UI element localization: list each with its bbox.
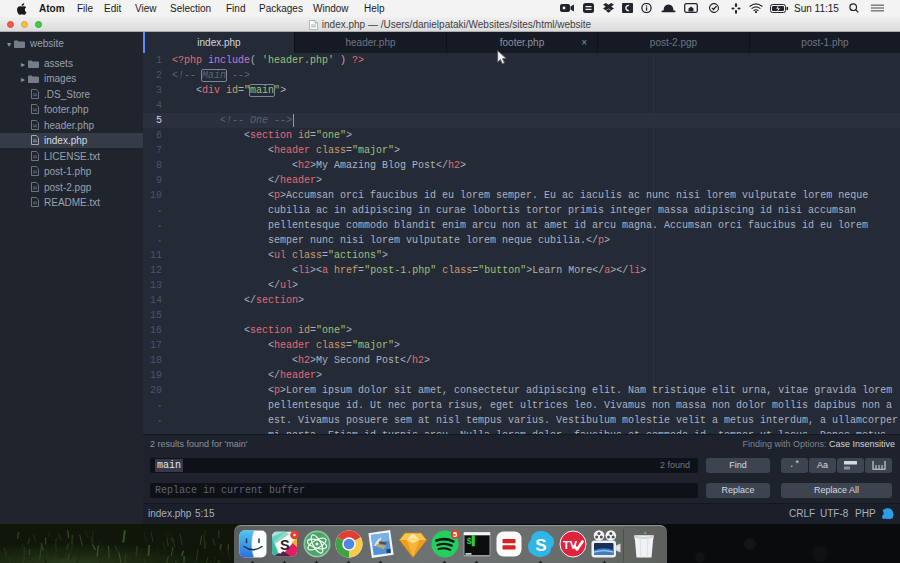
svg-text:5: 5 <box>453 530 457 539</box>
svg-text:S: S <box>535 536 546 555</box>
svg-text:$▍: $▍ <box>467 535 479 547</box>
svg-text:S: S <box>280 537 290 553</box>
